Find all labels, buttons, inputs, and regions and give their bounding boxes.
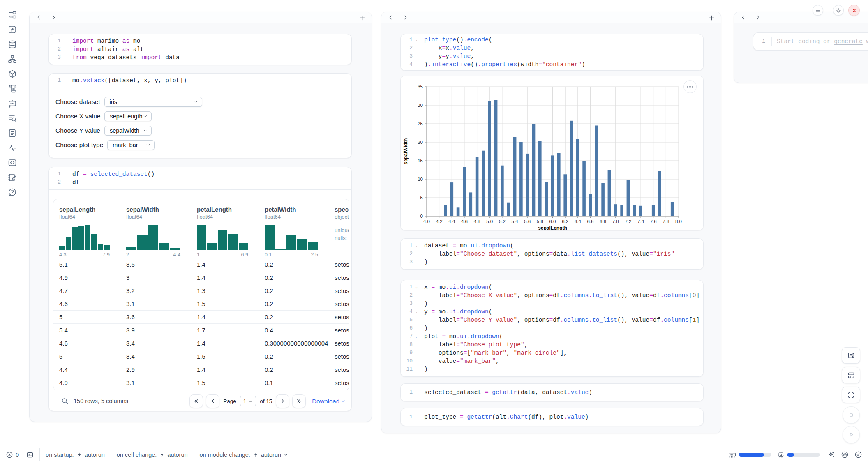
- help-bubble-icon[interactable]: [8, 187, 17, 197]
- widget-label: Choose plot type: [55, 141, 103, 149]
- column-left-button[interactable]: [388, 15, 394, 21]
- table-row[interactable]: 53.41.50.2setosa: [53, 350, 349, 363]
- table-row[interactable]: 4.42.91.40.2setosa: [53, 363, 349, 376]
- database-icon[interactable]: [8, 39, 17, 49]
- table-row[interactable]: 4.931.40.2setosa: [53, 271, 349, 284]
- code-editor[interactable]: 1mo.vstack([dataset, x, y, plot]): [49, 74, 351, 88]
- on-cell-change-setting[interactable]: on cell change: autorun: [117, 452, 188, 458]
- stop-button[interactable]: [843, 406, 860, 424]
- svg-text:6.8: 6.8: [600, 219, 606, 224]
- code-editor[interactable]: 1⌄plot_type().encode(2 x=x.value,3 y=y.v…: [401, 34, 703, 70]
- prev-page-button[interactable]: [206, 394, 219, 408]
- document-icon[interactable]: [8, 128, 17, 138]
- download-button[interactable]: Download: [312, 398, 346, 405]
- column-right-button[interactable]: [755, 15, 761, 21]
- add-column-button[interactable]: [359, 15, 365, 21]
- code-editor[interactable]: 1selected_dataset = getattr(data, datase…: [401, 384, 703, 401]
- autosave-status-icon[interactable]: [854, 451, 862, 459]
- svg-text:7.4: 7.4: [637, 219, 644, 224]
- package-icon[interactable]: [8, 69, 17, 78]
- column-histogram: [126, 225, 180, 250]
- svg-text:6.4: 6.4: [575, 219, 582, 224]
- table-column-header[interactable]: speciesobjectunique:nulls:: [329, 199, 349, 258]
- table-row[interactable]: 5.13.51.40.2setosa: [53, 258, 349, 271]
- chat-bot-icon[interactable]: [8, 99, 17, 108]
- cell-vstack[interactable]: 1mo.vstack([dataset, x, y, plot]) Choose…: [48, 73, 352, 158]
- code-editor[interactable]: 1import marimo as mo2import altair as al…: [49, 34, 351, 65]
- cell-dataframe[interactable]: 1df = selected_dataset()2df sepalLengthf…: [48, 167, 352, 411]
- cell-plot-code[interactable]: 1⌄plot_type().encode(2 x=x.value,3 y=y.v…: [400, 34, 704, 71]
- widget-dropdown[interactable]: sepalWidth: [104, 126, 152, 136]
- menu-button[interactable]: [813, 5, 823, 16]
- svg-text:5.8: 5.8: [537, 219, 543, 224]
- on-startup-setting[interactable]: on startup: autorun: [46, 452, 105, 458]
- scroll-icon[interactable]: [8, 84, 17, 93]
- cell-dataset-dropdown[interactable]: 1⌄dataset = mo.ui.dropdown(2 label="Choo…: [400, 238, 704, 270]
- table-row[interactable]: 4.93.11.50.1setosa: [53, 376, 349, 389]
- run-button[interactable]: [843, 426, 860, 443]
- column-right-button[interactable]: [51, 15, 57, 21]
- svg-text:5.2: 5.2: [499, 219, 506, 224]
- add-column-button[interactable]: [709, 15, 714, 21]
- code-editor[interactable]: 1plot_type = getattr(alt.Chart(df), plot…: [401, 408, 703, 426]
- table-row[interactable]: 4.63.41.40.30000000000000004setosa: [53, 337, 349, 350]
- function-square-icon[interactable]: [8, 25, 17, 34]
- widget-dropdown[interactable]: mark_bar: [107, 140, 155, 150]
- code-editor[interactable]: 1df = selected_dataset()2df: [49, 167, 351, 190]
- activity-icon[interactable]: [8, 143, 17, 152]
- search-icon[interactable]: [61, 397, 69, 405]
- column-left-button[interactable]: [36, 15, 42, 21]
- bar-chart[interactable]: 4.04.24.44.64.85.05.25.45.65.86.06.26.46…: [401, 76, 703, 230]
- bolt-icon: [253, 452, 259, 458]
- list-search-icon[interactable]: [8, 113, 17, 123]
- error-count[interactable]: 0: [6, 451, 19, 459]
- cell-selected-dataset[interactable]: 1selected_dataset = getattr(data, datase…: [400, 383, 704, 401]
- save-button[interactable]: [842, 347, 860, 364]
- layout-button[interactable]: [842, 367, 860, 383]
- keyboard-shortcuts-button[interactable]: [842, 387, 860, 403]
- svg-text:6.6: 6.6: [587, 219, 593, 224]
- code-box-icon[interactable]: [8, 158, 17, 167]
- on-module-change-setting[interactable]: on module change: autorun: [200, 452, 289, 458]
- widget-dropdown[interactable]: sepalLength: [104, 111, 152, 121]
- widget-row: Choose datasetiris: [55, 97, 345, 106]
- last-page-button[interactable]: [292, 394, 306, 408]
- ai-sparkles-icon[interactable]: [827, 451, 835, 459]
- table-column-header[interactable]: sepalLengthfloat644.37.9: [53, 199, 120, 258]
- notebook-pen-icon[interactable]: [8, 173, 17, 182]
- table-row[interactable]: 5.43.91.70.4setosa: [53, 323, 349, 337]
- table-header: sepalLengthfloat644.37.9sepalWidthfloat6…: [53, 199, 349, 258]
- close-button[interactable]: [848, 5, 860, 16]
- first-page-button[interactable]: [189, 394, 203, 408]
- svg-text:7.8: 7.8: [663, 219, 669, 224]
- cell-xy-plot-dropdowns[interactable]: 1⌄x = mo.ui.dropdown(2 label="Choose X v…: [400, 280, 704, 377]
- widget-dropdown[interactable]: iris: [104, 97, 202, 107]
- table-row[interactable]: 53.61.40.2setosa: [53, 310, 349, 323]
- table-column-header[interactable]: sepalWidthfloat6424.4: [120, 199, 191, 258]
- code-editor[interactable]: 1 Start coding or generate with AI: [753, 33, 868, 50]
- next-page-button[interactable]: [276, 394, 289, 408]
- code-editor[interactable]: 1⌄dataset = mo.ui.dropdown(2 label="Choo…: [401, 239, 703, 269]
- org-chart-icon[interactable]: [8, 54, 17, 64]
- table-row[interactable]: 4.63.11.50.2setosa: [53, 297, 349, 310]
- copilot-icon[interactable]: [841, 451, 849, 459]
- terminal-button[interactable]: [26, 451, 34, 459]
- column-right-button[interactable]: [403, 15, 409, 21]
- cell-plot-type[interactable]: 1plot_type = getattr(alt.Chart(df), plot…: [400, 408, 704, 426]
- cell-empty[interactable]: 1 Start coding or generate with AI: [753, 32, 868, 51]
- code-editor[interactable]: 1⌄x = mo.ui.dropdown(2 label="Choose X v…: [401, 280, 703, 376]
- cell-imports[interactable]: 1import marimo as mo2import altair as al…: [48, 34, 352, 65]
- chart-menu-button[interactable]: [683, 80, 697, 93]
- widget-label: Choose X value: [55, 113, 100, 120]
- svg-text:0: 0: [420, 214, 423, 219]
- table-column-header[interactable]: petalWidthfloat640.12.5: [259, 199, 329, 258]
- generate-link[interactable]: generate: [834, 38, 863, 45]
- file-tree-icon[interactable]: [8, 10, 17, 19]
- page-select[interactable]: 1: [240, 396, 256, 406]
- table-column-header[interactable]: petalLengthfloat6416.9: [191, 199, 259, 258]
- table-row[interactable]: 4.73.21.30.2setosa: [53, 284, 349, 297]
- settings-button[interactable]: [833, 5, 844, 16]
- column-left-button[interactable]: [741, 15, 746, 21]
- table-summary: 150 rows, 5 columns: [74, 398, 128, 404]
- dataframe-table: sepalLengthfloat644.37.9sepalWidthfloat6…: [53, 199, 349, 390]
